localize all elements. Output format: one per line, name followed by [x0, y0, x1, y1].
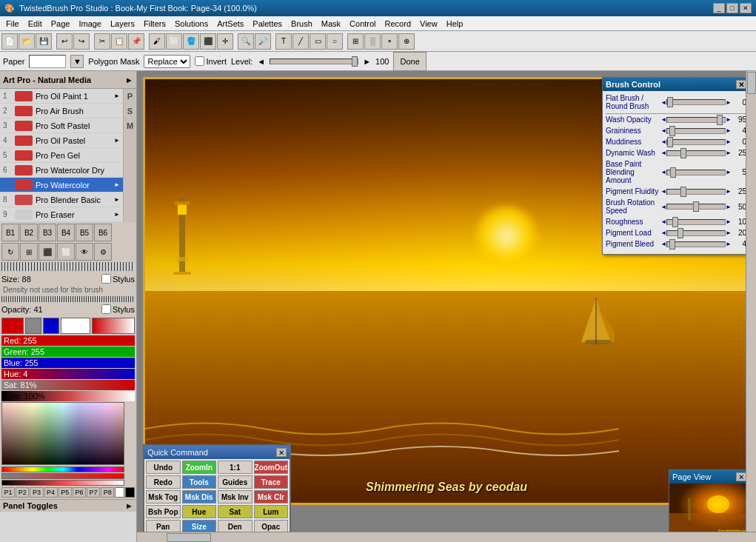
bc-arrow-right-7[interactable]: ► — [726, 204, 732, 210]
qc-mskclr[interactable]: Msk Clr — [254, 490, 289, 503]
letter-s[interactable]: S — [124, 104, 136, 118]
adjust-icon[interactable]: ⚙ — [94, 243, 112, 261]
menu-page[interactable]: Page — [47, 18, 75, 30]
bc-arrow-left-1[interactable]: ◄ — [660, 116, 666, 123]
bc-arrow-right-5[interactable]: ► — [726, 169, 732, 175]
qc-bshpop[interactable]: Bsh Pop — [146, 505, 181, 518]
brush-item-2[interactable]: 2 Pro Air Brush — [0, 104, 123, 118]
brush-tool[interactable]: 🖌 — [149, 33, 165, 50]
brush-item-6[interactable]: 6 Pro Watercolor Dry — [0, 163, 123, 178]
bc-slider-4[interactable] — [666, 150, 726, 156]
paper-icon[interactable]: ▼ — [70, 55, 84, 68]
save-btn[interactable]: 💾 — [36, 33, 52, 50]
stylus-checkbox[interactable] — [101, 274, 111, 284]
open-btn[interactable]: 📂 — [19, 33, 35, 50]
canvas-area[interactable]: SamithWilson Shimmering Seas by ceodau B… — [137, 71, 756, 542]
select-tool[interactable]: ⬛ — [200, 33, 216, 50]
redo-tb-btn[interactable]: ↪ — [73, 33, 90, 50]
eraser-tool[interactable]: ⬜ — [166, 33, 182, 50]
bc-arrow-left-4[interactable]: ◄ — [660, 150, 666, 156]
qc-msktog[interactable]: Msk Tog — [146, 490, 181, 503]
bc-slider-2[interactable] — [666, 128, 726, 134]
invert-checkbox[interactable] — [195, 56, 204, 66]
preset-b3[interactable]: B3 — [39, 224, 56, 241]
move-tool[interactable]: ✛ — [217, 33, 233, 50]
qc-hue[interactable]: Hue — [182, 505, 217, 518]
canvas-vscroll[interactable] — [746, 71, 756, 532]
grid-tool[interactable]: ⊞ — [347, 33, 364, 50]
vscroll-thumb[interactable] — [747, 72, 756, 94]
p5-btn[interactable]: P5 — [58, 487, 72, 498]
p8-btn[interactable]: P8 — [101, 487, 114, 498]
bc-slider-5[interactable] — [666, 170, 726, 175]
qc-mskinv[interactable]: Msk Inv — [218, 490, 252, 503]
zoom-out-tb[interactable]: 🔎 — [255, 33, 271, 50]
preset-b1[interactable]: B1 — [1, 224, 19, 241]
qc-sat[interactable]: Sat — [218, 505, 252, 518]
menu-layers[interactable]: Layers — [106, 18, 139, 30]
bc-slider-3[interactable] — [666, 139, 726, 145]
menu-edit[interactable]: Edit — [24, 18, 47, 30]
copy-btn[interactable]: 📋 — [111, 33, 127, 50]
opacity-stylus-checkbox[interactable] — [101, 304, 111, 314]
qc-1to1[interactable]: 1:1 — [218, 461, 252, 474]
brush-item-4[interactable]: 4 Pro Oil Pastel ► — [0, 133, 123, 148]
bc-arrow-left-8[interactable]: ◄ — [660, 218, 666, 225]
bc-slider-1[interactable] — [666, 117, 726, 123]
level-left-arrow[interactable]: ◄ — [257, 57, 265, 66]
bc-slider-7[interactable] — [666, 204, 726, 210]
white-swatch[interactable] — [61, 318, 90, 334]
letter-m[interactable]: M — [124, 118, 136, 133]
brush-item-9[interactable]: 9 Pro Eraser ► — [0, 207, 123, 222]
background-color[interactable] — [43, 318, 59, 334]
preset-b5[interactable]: B5 — [76, 224, 93, 241]
bc-arrow-right-3[interactable]: ► — [726, 138, 732, 145]
qc-undo[interactable]: Undo — [146, 461, 181, 474]
bc-arrow-left-2[interactable]: ◄ — [660, 127, 666, 134]
bc-arrow-left-9[interactable]: ◄ — [660, 230, 666, 236]
menu-control[interactable]: Control — [345, 18, 380, 30]
qc-close[interactable]: ✕ — [276, 448, 287, 457]
bc-slider-10[interactable] — [666, 241, 726, 247]
white-icon[interactable] — [115, 487, 124, 498]
paste-btn[interactable]: 📌 — [128, 33, 144, 50]
p7-btn[interactable]: P7 — [87, 487, 100, 498]
p4-btn[interactable]: P4 — [44, 487, 58, 498]
bc-arrow-right-2[interactable]: ► — [726, 127, 732, 134]
hue-strip[interactable] — [1, 466, 124, 472]
lum-strip[interactable] — [1, 480, 124, 486]
brush-group-header[interactable]: Art Pro - Natural Media ► — [0, 71, 136, 89]
paper-input[interactable] — [29, 55, 66, 68]
maximize-button[interactable]: □ — [726, 3, 738, 13]
close-button[interactable]: ✕ — [740, 3, 752, 13]
p1-btn[interactable]: P1 — [1, 487, 15, 498]
preset-b6[interactable]: B6 — [94, 224, 112, 241]
pv-thumbnail[interactable]: SmithWilson — [669, 484, 749, 535]
circle-tool[interactable]: ○ — [327, 33, 343, 50]
preset-b2[interactable]: B2 — [20, 224, 38, 241]
midtone-color[interactable] — [25, 318, 41, 334]
bc-slider-8[interactable] — [666, 219, 726, 225]
menu-brush[interactable]: Brush — [287, 18, 317, 30]
brush-item-3[interactable]: 3 Pro Soft Pastel — [0, 118, 123, 133]
color-palette[interactable] — [1, 402, 124, 465]
cut-btn[interactable]: ✂ — [94, 33, 110, 50]
bc-arrow-left-5[interactable]: ◄ — [660, 169, 666, 175]
sat-strip[interactable] — [1, 473, 124, 479]
clone-tool[interactable]: ⊕ — [398, 33, 415, 50]
brush-item-5[interactable]: 5 Pro Pen Gel — [0, 148, 123, 163]
level-slider[interactable] — [270, 58, 358, 64]
brush-item-7[interactable]: 7 Pro Watercolor ► — [0, 178, 123, 193]
brush-item-8[interactable]: 8 Pro Blender Basic ► — [0, 193, 123, 207]
hscroll-thumb[interactable] — [167, 533, 211, 542]
p6-btn[interactable]: P6 — [73, 487, 86, 498]
smear-tool[interactable]: ⚬ — [381, 33, 398, 50]
letter-p[interactable]: P — [124, 89, 136, 104]
bc-arrow-right-8[interactable]: ► — [726, 218, 732, 225]
preset-b4[interactable]: B4 — [57, 224, 75, 241]
pv-close[interactable]: ✕ — [736, 472, 746, 481]
bc-arrow-right-9[interactable]: ► — [726, 230, 732, 236]
qc-lum[interactable]: Lum — [254, 505, 289, 518]
bc-arrow-right-4[interactable]: ► — [726, 150, 732, 156]
menu-artsets[interactable]: ArtSets — [213, 18, 248, 30]
